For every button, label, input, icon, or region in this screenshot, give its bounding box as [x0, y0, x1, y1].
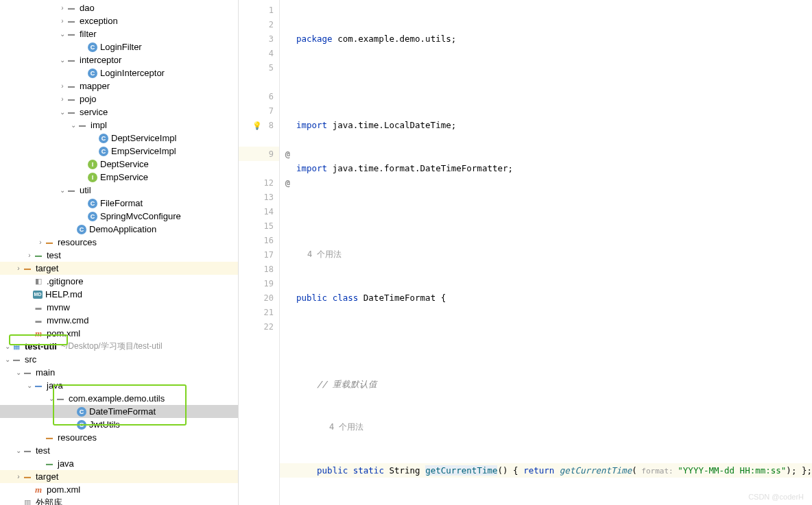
line-number[interactable]: 17	[239, 247, 279, 262]
tree-item-main[interactable]: main	[0, 366, 238, 379]
tree-label: pom.xml	[47, 328, 80, 338]
tree-arrow[interactable]	[37, 238, 44, 246]
tree-item-service[interactable]: service	[0, 106, 238, 119]
tree-item-mvnw[interactable]: mvnw	[0, 301, 238, 314]
tree-item-test[interactable]: test	[0, 444, 238, 457]
project-tree[interactable]: daoexceptionfilterLoginFilterinterceptor…	[0, 0, 239, 505]
tree-item-DeptService[interactable]: DeptService	[0, 158, 238, 171]
tree-item--gitignore[interactable]: .gitignore	[0, 275, 238, 288]
tree-item-resources[interactable]: resources	[0, 236, 238, 249]
tree-item-DeptServiceImpl[interactable]: DeptServiceImpl	[0, 132, 238, 145]
tree-label: src	[25, 354, 36, 365]
tree-item-EmpServiceImpl[interactable]: EmpServiceImpl	[0, 145, 238, 158]
line-number[interactable]: 20	[239, 291, 279, 305]
tree-arrow[interactable]	[59, 56, 66, 64]
line-number[interactable]: 15	[239, 219, 279, 233]
tree-arrow[interactable]	[59, 186, 66, 194]
line-number[interactable]: 4	[239, 46, 279, 60]
line-number[interactable]: 9	[239, 147, 279, 161]
tree-item-LoginFilter[interactable]: LoginFilter	[0, 40, 238, 53]
tree-label: resources	[58, 237, 97, 247]
line-number[interactable]: 6	[239, 89, 279, 103]
tree-arrow[interactable]	[59, 108, 66, 116]
tree-label: LoginFilter	[100, 42, 142, 52]
tree-item-exception[interactable]: exception	[0, 14, 238, 27]
tree-item-DemoApplication[interactable]: DemoApplication	[0, 223, 238, 236]
tree-item-HELP-md[interactable]: HELP.md	[0, 288, 238, 301]
tree-arrow[interactable]	[4, 343, 11, 350]
tree-item-target[interactable]: target	[0, 470, 238, 483]
line-number[interactable]: 2	[239, 17, 279, 32]
tree-item-FileFormat[interactable]: FileFormat	[0, 197, 238, 210]
tree-item-test[interactable]: test	[0, 249, 238, 262]
tree-label: target	[36, 471, 58, 482]
interface-icon	[88, 160, 97, 169]
maven-icon	[33, 484, 44, 495]
tree-label: DeptServiceImpl	[111, 133, 176, 143]
tree-arrow[interactable]	[4, 356, 11, 363]
line-number[interactable]: 19	[239, 276, 279, 291]
folder-icon	[66, 55, 77, 66]
tree-arrow[interactable]	[15, 473, 22, 480]
tree-arrow[interactable]	[59, 4, 66, 12]
line-number[interactable]: 22	[239, 319, 279, 334]
line-number[interactable]: 8	[239, 118, 279, 132]
tree-arrow[interactable]	[59, 82, 66, 90]
line-number[interactable]: 3	[239, 32, 279, 46]
tree-item-src[interactable]: src	[0, 353, 238, 366]
tree-arrow[interactable]	[15, 369, 22, 376]
usage-hint[interactable]: 4 个用法	[296, 420, 812, 434]
tree-arrow[interactable]	[15, 447, 22, 454]
tree-item-JwtUtils[interactable]: JwtUtils	[0, 418, 238, 431]
tree-arrow[interactable]	[59, 30, 66, 38]
line-number[interactable]: 5	[239, 60, 279, 75]
tree-arrow[interactable]	[15, 264, 22, 272]
tree-item-DateTimeFormat[interactable]: DateTimeFormat	[0, 405, 238, 418]
tree-item-target[interactable]: target	[0, 262, 238, 275]
tree-item-mvnw-cmd[interactable]: mvnw.cmd	[0, 314, 238, 327]
usage-hint[interactable]: 4 个用法	[296, 247, 812, 262]
line-number[interactable]: 18	[239, 262, 279, 276]
line-number[interactable]: 1	[239, 3, 279, 17]
tree-arrow[interactable]	[70, 121, 77, 129]
tree-arrow[interactable]	[59, 95, 66, 103]
line-number[interactable]: 13	[239, 190, 279, 204]
tree-item-impl[interactable]: impl	[0, 119, 238, 132]
tree-arrow[interactable]	[26, 251, 33, 259]
maven-icon	[33, 328, 44, 339]
tree-label: DemoApplication	[89, 224, 156, 234]
tree-item-java[interactable]: java	[0, 457, 238, 470]
tree-item-java[interactable]: java	[0, 379, 238, 392]
tree-item-LoginInterceptor[interactable]: LoginInterceptor	[0, 66, 238, 79]
tree-item-pom-xml[interactable]: pom.xml	[0, 483, 238, 496]
line-number[interactable]: 14	[239, 204, 279, 219]
tree-item-filter[interactable]: filter	[0, 27, 238, 40]
tree-item-com-example-demo-utils[interactable]: com.example.demo.utils	[0, 392, 238, 405]
class-icon	[99, 147, 108, 156]
tree-item-test-util[interactable]: test-util~/Desktop/学习项目/test-util	[0, 340, 238, 353]
tree-label: impl	[91, 120, 107, 130]
tree-item-dao[interactable]: dao	[0, 1, 238, 14]
line-number[interactable]: 7	[239, 103, 279, 118]
tree-item-resources[interactable]: resources	[0, 431, 238, 444]
code-area[interactable]: package com.example.demo.utils; import j…	[280, 0, 812, 505]
line-number[interactable]: 21	[239, 305, 279, 319]
tree-item-pom-xml[interactable]: pom.xml	[0, 327, 238, 340]
tree-item-util[interactable]: util	[0, 184, 238, 197]
line-number[interactable]: 16	[239, 233, 279, 247]
gutter: 1234567891213141516171819202122	[239, 0, 280, 505]
tree-item----[interactable]: 外部库	[0, 496, 238, 505]
tree-item-interceptor[interactable]: interceptor	[0, 53, 238, 66]
tree-item-SpringMvcConfigure[interactable]: SpringMvcConfigure	[0, 210, 238, 223]
line-number[interactable]: 12	[239, 175, 279, 190]
tree-item-EmpService[interactable]: EmpService	[0, 171, 238, 184]
tree-label: test-util	[25, 341, 57, 352]
tree-item-pojo[interactable]: pojo	[0, 93, 238, 106]
libs-icon	[22, 497, 33, 506]
current-line[interactable]: public static String getCurrentTime() { …	[280, 463, 812, 478]
bulb-icon[interactable]	[252, 121, 262, 130]
tree-arrow[interactable]	[26, 382, 33, 389]
tree-arrow[interactable]	[59, 17, 66, 25]
tree-item-mapper[interactable]: mapper	[0, 79, 238, 93]
tree-arrow[interactable]	[48, 395, 55, 402]
